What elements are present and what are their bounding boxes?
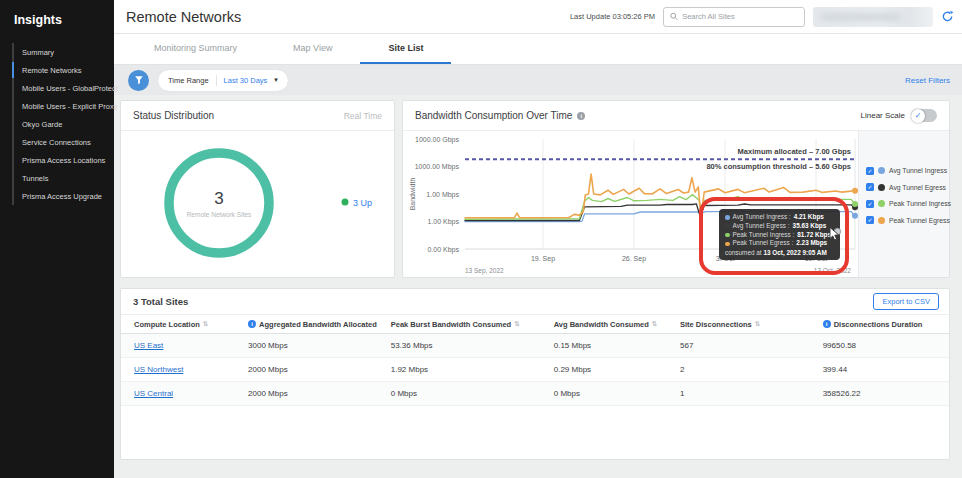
filter-button[interactable] bbox=[128, 70, 149, 91]
tooltip-series-dot bbox=[725, 242, 730, 247]
tooltip-series-label: Avg Tunnel Egress : bbox=[733, 222, 790, 231]
sidebar-item-summary[interactable]: Summary bbox=[14, 43, 114, 61]
refresh-icon[interactable] bbox=[941, 10, 954, 23]
sidebar-item-tunnels[interactable]: Tunnels bbox=[14, 169, 114, 187]
tooltip-series-label: Peak Tunnel Egress : bbox=[733, 239, 794, 248]
sort-icon[interactable]: ⇅ bbox=[203, 320, 208, 328]
site-search[interactable] bbox=[663, 7, 805, 27]
legend-dot bbox=[878, 184, 885, 191]
legend-item-avg-tunnel-egress[interactable]: ✓Avg Tunnel Egress bbox=[866, 181, 949, 194]
sidebar-nav: SummaryRemote NetworksMobile Users - Glo… bbox=[12, 43, 114, 205]
sort-icon[interactable]: ⇅ bbox=[652, 320, 657, 328]
site-name-cell: US Northwest bbox=[134, 365, 248, 374]
toggle-knob: ✓ bbox=[911, 109, 925, 123]
chart-legend: ✓Avg Tunnel Ingress✓Avg Tunnel Egress✓Pe… bbox=[858, 131, 949, 277]
column-header-aggregated-bandwidth-allocated: iAggregated Bandwidth Allocated bbox=[248, 320, 391, 329]
tab-site-list[interactable]: Site List bbox=[360, 34, 451, 64]
info-icon[interactable]: i bbox=[577, 112, 585, 120]
tab-bar: Monitoring SummaryMap ViewSite List bbox=[114, 34, 962, 65]
status-distribution-panel: Status Distribution Real Time 3 Remote N… bbox=[120, 100, 395, 278]
table-cell: 0.15 Mbps bbox=[554, 341, 680, 350]
tooltip-series-value: 2.23 Mbps bbox=[796, 239, 827, 248]
tab-map-view[interactable]: Map View bbox=[265, 34, 360, 64]
table-cell: 567 bbox=[680, 341, 823, 350]
sidebar-title: Insights bbox=[0, 0, 114, 27]
legend-checkbox[interactable]: ✓ bbox=[866, 183, 874, 191]
sidebar-item-remote-networks[interactable]: Remote Networks bbox=[14, 61, 114, 79]
y-tick-label: 1.00 Kbps bbox=[427, 218, 459, 226]
legend-item-peak-tunnel-egress[interactable]: ✓Peak Tunnel Egress bbox=[866, 214, 949, 227]
tooltip-row: Avg Tunnel Egress : 35.63 Kbps bbox=[725, 222, 834, 231]
time-range-control[interactable]: Time Range Last 30 Days ▾ bbox=[158, 70, 288, 91]
export-csv-button[interactable]: Export to CSV bbox=[873, 293, 939, 310]
legend-item-avg-tunnel-ingress[interactable]: ✓Avg Tunnel Ingress bbox=[866, 164, 949, 177]
column-label: Disconnections Duration bbox=[834, 320, 923, 329]
table-cell: 2 bbox=[680, 365, 823, 374]
tooltip-series-value: 35.63 Kbps bbox=[793, 222, 827, 231]
chevron-down-icon: ▾ bbox=[274, 76, 278, 84]
tooltip-row: Peak Tunnel Egress : 2.23 Mbps bbox=[725, 239, 834, 248]
tooltip-row: Avg Tunnel Ingress : 4.21 Kbps bbox=[725, 213, 834, 222]
info-icon[interactable]: i bbox=[823, 320, 831, 328]
info-icon[interactable]: i bbox=[248, 320, 256, 328]
table-cell: 0 Mbps bbox=[391, 389, 554, 398]
last-update-text: Last Update 03:05:26 PM bbox=[570, 12, 655, 21]
table-cell: 1 bbox=[680, 389, 823, 398]
content: Status Distribution Real Time 3 Remote N… bbox=[114, 95, 962, 478]
sidebar-item-prisma-access-upgrade[interactable]: Prisma Access Upgrade bbox=[14, 187, 114, 205]
table-cell: 1.92 Mbps bbox=[391, 365, 554, 374]
status-donut-chart: 3 Remote Network Sites 3 Up bbox=[121, 131, 394, 277]
y-tick-label: 1.00 Mbps bbox=[426, 191, 459, 199]
sites-table-panel: 3 Total Sites Export to CSV Compute Loca… bbox=[120, 288, 950, 460]
sidebar-item-okyo-garde[interactable]: Okyo Garde bbox=[14, 115, 114, 133]
legend-item-peak-tunnel-ingress[interactable]: ✓Peak Tunnel Ingress bbox=[866, 197, 949, 210]
tooltip-series-dot bbox=[725, 233, 730, 238]
tooltip-series-value: 81.72 Kbps bbox=[797, 231, 831, 240]
site-link-us-northwest[interactable]: US Northwest bbox=[134, 365, 183, 374]
sidebar-item-mobile-users-explicit-proxy[interactable]: Mobile Users - Explicit Proxy bbox=[14, 97, 114, 115]
sort-icon[interactable]: ⇅ bbox=[755, 320, 760, 328]
status-panel-title: Status Distribution bbox=[133, 110, 214, 121]
legend-checkbox[interactable]: ✓ bbox=[866, 167, 874, 175]
sidebar-item-prisma-access-locations[interactable]: Prisma Access Locations bbox=[14, 151, 114, 169]
legend-checkbox[interactable]: ✓ bbox=[866, 200, 874, 208]
table-header: 3 Total Sites Export to CSV bbox=[121, 289, 949, 315]
donut-count: 3 bbox=[214, 189, 223, 208]
table-row-us-northwest: US Northwest2000 Mbps1.92 Mbps0.29 Mbps2… bbox=[121, 358, 949, 382]
tooltip-row: Peak Tunnel Ingress : 81.72 Kbps bbox=[725, 231, 834, 240]
table-cell: 99650.58 bbox=[823, 341, 949, 350]
threshold-label: 80% consumption threshold – 5.60 Gbps bbox=[706, 162, 851, 171]
search-input[interactable] bbox=[682, 12, 798, 21]
tooltip-series-value: 4.21 Kbps bbox=[794, 213, 824, 222]
site-link-us-east[interactable]: US East bbox=[134, 341, 163, 350]
page-title: Remote Networks bbox=[126, 9, 241, 25]
tooltip-series-dot bbox=[725, 224, 730, 229]
site-link-us-central[interactable]: US Central bbox=[134, 389, 173, 398]
legend-checkbox[interactable]: ✓ bbox=[866, 216, 874, 224]
y-tick-label: 1000.00 Gbps bbox=[415, 136, 459, 144]
linear-scale-toggle[interactable]: ✓ bbox=[911, 109, 937, 122]
y-tick-label: 1000.00 Mbps bbox=[415, 163, 460, 171]
sidebar-item-service-connections[interactable]: Service Connections bbox=[14, 133, 114, 151]
legend-dot bbox=[878, 167, 885, 174]
sidebar: Insights SummaryRemote NetworksMobile Us… bbox=[0, 0, 114, 478]
x-range-end-label: 13 Oct, 2022 bbox=[814, 267, 852, 274]
site-name-cell: US Central bbox=[134, 389, 248, 398]
column-header-disconnections-duration: iDisconnections Duration bbox=[823, 320, 949, 329]
tenant-selector[interactable] bbox=[813, 7, 933, 27]
x-tick-label: 26. Sep bbox=[622, 255, 646, 263]
status-up-dot bbox=[342, 199, 349, 206]
tooltip-series-dot bbox=[725, 215, 730, 220]
funnel-icon bbox=[134, 75, 144, 85]
tooltip-series-label: Peak Tunnel Ingress : bbox=[733, 231, 795, 240]
linear-scale-label: Linear Scale bbox=[861, 111, 905, 120]
donut-count-label: Remote Network Sites bbox=[187, 211, 252, 218]
x-range-start-label: 13 Sep, 2022 bbox=[465, 267, 504, 275]
bandwidth-panel: Bandwidth Consumption Over Time i Linear… bbox=[402, 100, 950, 278]
reset-filters-link[interactable]: Reset Filters bbox=[905, 76, 950, 85]
sidebar-item-mobile-users-globalprotect[interactable]: Mobile Users - GlobalProtect bbox=[14, 79, 114, 97]
sort-icon[interactable]: ⇅ bbox=[514, 320, 519, 328]
table-cell: 53.36 Mbps bbox=[391, 341, 554, 350]
tab-monitoring-summary[interactable]: Monitoring Summary bbox=[126, 34, 265, 64]
time-range-label: Time Range bbox=[168, 76, 209, 85]
